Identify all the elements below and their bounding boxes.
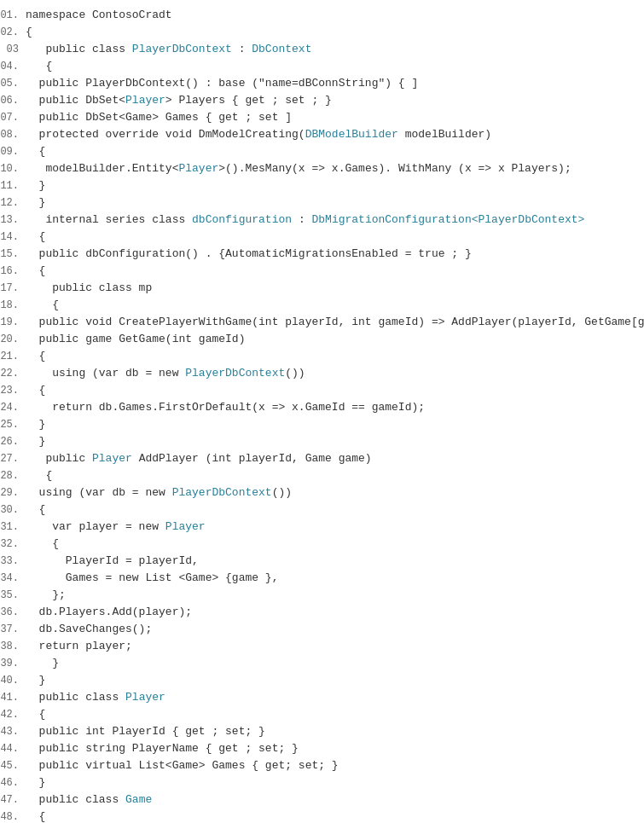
line-content: public DbSet<Player> Players { get ; set… (26, 93, 644, 108)
line-content: { (26, 383, 644, 398)
line-content: public class Game (26, 792, 644, 808)
code-segment: public void CreatePlayerWithGame(int pla… (26, 316, 644, 328)
line-number: 20. (0, 332, 26, 347)
line-number: 07. (0, 110, 26, 125)
code-segment: public class mp (26, 281, 152, 294)
code-line: 35. }; (0, 587, 644, 604)
code-line: 37. db.SaveChanges(); (0, 621, 644, 638)
code-segment: public dbConfiguration() . {AutomaticMig… (26, 247, 472, 260)
code-editor: 01.namespace ContosoCradt02.{03 public c… (0, 0, 644, 823)
code-line: 01.namespace ContosoCradt (0, 7, 644, 24)
line-content: protected override void DmModelCreating(… (26, 127, 644, 142)
code-line: 15. public dbConfiguration() . {Automati… (0, 246, 644, 263)
line-content: PlayerId = playerId, (26, 553, 644, 569)
line-content: { (26, 502, 644, 518)
line-number: 16. (0, 264, 26, 279)
code-line: 45. public virtual List<Game> Games { ge… (0, 757, 644, 774)
code-segment: } (26, 418, 45, 431)
code-line: 17. public class mp (0, 280, 644, 297)
line-number: 19. (0, 315, 26, 330)
code-segment: PlayerId = playerId, (26, 554, 199, 567)
line-content: public dbConfiguration() . {AutomaticMig… (26, 246, 644, 262)
code-segment: { (26, 350, 45, 362)
code-line: 27. public Player AddPlayer (int playerI… (0, 450, 644, 467)
line-content: { (26, 809, 644, 823)
code-segment: { (26, 60, 52, 72)
code-line: 24. return db.Games.FirstOrDefault(x => … (0, 399, 644, 416)
code-segment: return db.Games.FirstOrDefault(x => x.Ga… (26, 401, 425, 414)
line-content: db.Players.Add(player); (26, 605, 644, 620)
line-content: { (26, 229, 644, 245)
code-segment: } (26, 674, 45, 687)
code-segment: db.Players.Add(player); (26, 606, 192, 618)
code-segment: public class (26, 793, 125, 806)
line-number: 36. (0, 605, 26, 620)
line-content: public class Player (26, 690, 644, 705)
code-segment: ()) (272, 486, 292, 499)
code-line: 25. } (0, 416, 644, 433)
code-segment: modelBuilder.Entity< (26, 162, 178, 175)
line-content: } (26, 178, 644, 194)
code-line: 23. { (0, 382, 644, 399)
code-segment: using (var db = new (26, 486, 172, 499)
line-number: 04. (0, 59, 26, 74)
code-segment: PlayerDbContext (172, 486, 272, 499)
line-number: 18. (0, 298, 26, 313)
code-segment: protected override void DmModelCreating( (26, 128, 305, 141)
line-content: public void CreatePlayerWithGame(int pla… (26, 315, 644, 330)
line-content: using (var db = new PlayerDbContext()) (26, 366, 644, 381)
code-line: 07. public DbSet<Game> Games { get ; set… (0, 109, 644, 126)
code-segment: internal series class (26, 213, 192, 226)
code-segment: { (26, 503, 45, 516)
line-content: } (26, 673, 644, 688)
code-segment: public DbSet<Game> Games { get ; set ] (26, 111, 292, 124)
code-segment: { (26, 810, 45, 823)
line-number: 33. (0, 553, 26, 569)
code-segment: : (292, 213, 311, 226)
code-line: 11. } (0, 177, 644, 194)
code-line: 41. public class Player (0, 689, 644, 706)
code-line: 29. using (var db = new PlayerDbContext(… (0, 484, 644, 501)
line-number: 42. (0, 707, 26, 722)
code-line: 46. } (0, 774, 644, 791)
code-line: 08. protected override void DmModelCreat… (0, 126, 644, 143)
code-segment: db.SaveChanges(); (26, 623, 152, 635)
code-line: 18. { (0, 297, 644, 314)
line-number: 48. (0, 809, 26, 823)
code-line: 16. { (0, 263, 644, 280)
line-content: } (26, 195, 644, 211)
line-content: internal series class dbConfiguration : … (26, 212, 644, 228)
code-segment: } (26, 179, 45, 192)
line-number: 23. (0, 383, 26, 398)
line-number: 30. (0, 502, 26, 518)
code-segment: > Players { get ; set ; } (165, 94, 332, 107)
code-segment: { (26, 469, 52, 482)
code-segment: using (var db = new (26, 367, 185, 380)
code-segment: Player (125, 691, 165, 704)
code-segment: Player (92, 452, 132, 465)
code-segment: public virtual List<Game> Games { get; s… (26, 759, 339, 772)
line-number: 37. (0, 622, 26, 637)
code-line: 22. using (var db = new PlayerDbContext(… (0, 365, 644, 382)
code-segment: Player (165, 520, 206, 533)
code-segment: modelBuilder) (398, 128, 491, 141)
line-number: 34. (0, 571, 26, 586)
code-line: 32. { (0, 536, 644, 553)
line-number: 46. (0, 775, 26, 791)
line-content: { (26, 25, 644, 40)
code-line: 13. internal series class dbConfiguratio… (0, 212, 644, 229)
code-segment: public class (26, 691, 125, 704)
code-line: 33. PlayerId = playerId, (0, 553, 644, 570)
code-segment: { (26, 230, 45, 243)
line-content: { (26, 264, 644, 279)
code-segment: }; (26, 588, 66, 601)
line-content: { (26, 707, 644, 722)
line-content: public class PlayerDbContext : DbContext (26, 42, 644, 57)
line-content: modelBuilder.Entity<Player>().MesMany(x … (26, 161, 644, 177)
line-content: { (26, 144, 644, 159)
code-segment: >().MesMany(x => x.Games). WithMany (x =… (218, 162, 571, 175)
code-segment: AddPlayer (int playerId, Game game) (132, 452, 372, 465)
code-segment: namespace ContosoCradt (26, 9, 172, 21)
line-number: 15. (0, 246, 26, 262)
line-content: using (var db = new PlayerDbContext()) (26, 485, 644, 501)
